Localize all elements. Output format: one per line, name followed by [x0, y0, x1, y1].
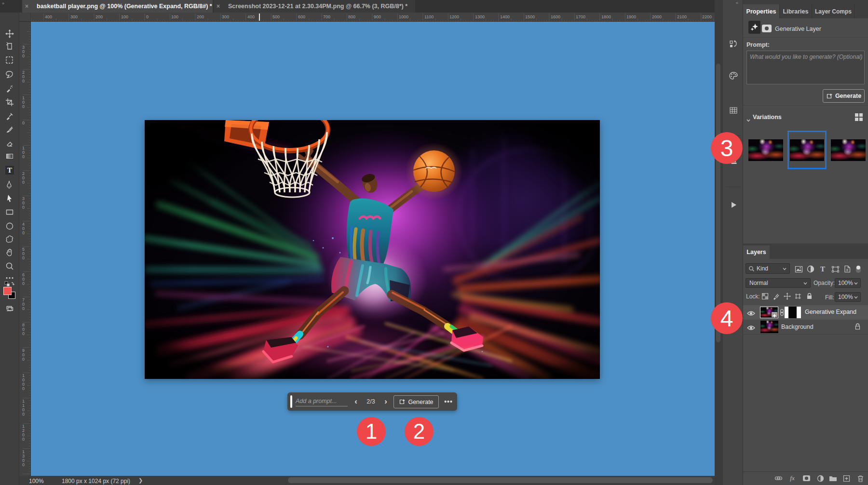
svg-text:T: T [7, 166, 12, 174]
